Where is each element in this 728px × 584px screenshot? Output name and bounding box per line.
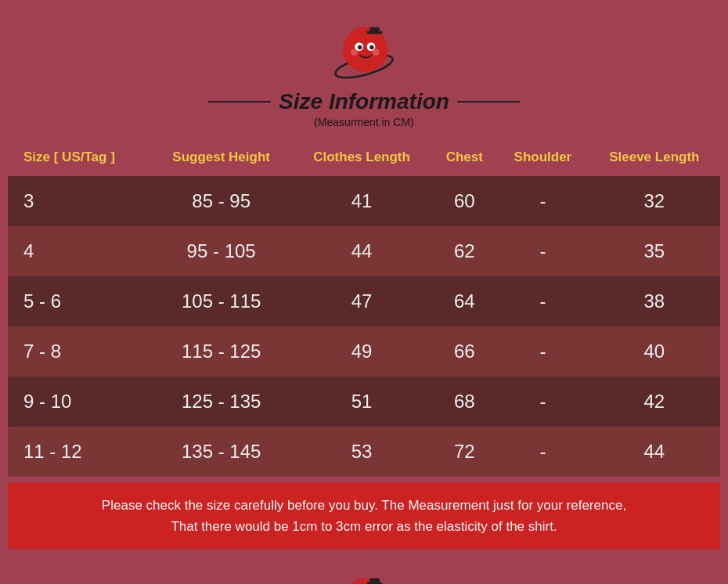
cell-r4-c4: - bbox=[497, 377, 589, 427]
cell-r3-c1: 115 - 125 bbox=[151, 326, 292, 377]
size-table: Size [ US/Tag ] Suggest Height Clothes L… bbox=[8, 139, 720, 477]
cell-r3-c3: 66 bbox=[431, 326, 497, 377]
table-header-row: Size [ US/Tag ] Suggest Height Clothes L… bbox=[8, 139, 720, 176]
table-row: 11 - 12135 - 1455372-44 bbox=[8, 427, 720, 477]
cell-r4-c3: 68 bbox=[431, 377, 497, 427]
cell-r3-c4: - bbox=[497, 326, 589, 377]
title-line-left bbox=[208, 101, 271, 103]
notice-line2: That there would be 1cm to 3cm error as … bbox=[171, 519, 557, 534]
cell-r4-c1: 125 - 135 bbox=[151, 377, 292, 427]
mascot-bottom-icon bbox=[329, 567, 399, 584]
col-height: Suggest Height bbox=[151, 139, 292, 176]
cell-r3-c0: 7 - 8 bbox=[8, 326, 151, 377]
table-section: Size [ US/Tag ] Suggest Height Clothes L… bbox=[0, 139, 728, 477]
mascot-top-icon bbox=[329, 16, 399, 86]
footer-section: Color Show bbox=[0, 555, 728, 584]
cell-r0-c4: - bbox=[497, 176, 589, 226]
svg-point-8 bbox=[351, 49, 358, 56]
cell-r0-c3: 60 bbox=[431, 176, 497, 226]
page-wrapper: Size Information (Measurment in CM) Size… bbox=[0, 0, 728, 584]
col-shoulder: Shoulder bbox=[497, 139, 589, 176]
cell-r1-c2: 44 bbox=[292, 226, 432, 276]
cell-r2-c3: 64 bbox=[431, 276, 497, 326]
header-section: Size Information (Measurment in CM) bbox=[0, 8, 728, 139]
table-row: 5 - 6105 - 1154764-38 bbox=[8, 276, 720, 326]
page-title: Size Information bbox=[279, 89, 449, 114]
svg-point-6 bbox=[358, 45, 362, 49]
cell-r5-c2: 53 bbox=[292, 427, 432, 477]
cell-r0-c1: 85 - 95 bbox=[151, 176, 292, 226]
svg-rect-3 bbox=[367, 31, 383, 34]
table-row: 9 - 10125 - 1355168-42 bbox=[8, 377, 720, 427]
cell-r5-c5: 44 bbox=[589, 427, 720, 477]
cell-r3-c5: 40 bbox=[589, 326, 720, 377]
cell-r1-c0: 4 bbox=[8, 226, 151, 276]
cell-r4-c5: 42 bbox=[589, 377, 720, 427]
cell-r2-c1: 105 - 115 bbox=[151, 276, 292, 326]
table-row: 385 - 954160-32 bbox=[8, 176, 720, 226]
cell-r2-c2: 47 bbox=[292, 276, 432, 326]
cell-r2-c0: 5 - 6 bbox=[8, 276, 151, 326]
svg-point-9 bbox=[373, 49, 380, 56]
cell-r1-c3: 62 bbox=[431, 226, 497, 276]
cell-r0-c0: 3 bbox=[8, 176, 151, 226]
cell-r5-c1: 135 - 145 bbox=[151, 427, 292, 477]
svg-point-7 bbox=[369, 45, 373, 49]
cell-r5-c4: - bbox=[497, 427, 589, 477]
cell-r3-c2: 49 bbox=[292, 326, 432, 377]
cell-r4-c0: 9 - 10 bbox=[8, 377, 151, 427]
notice-text: Please check the size carefully before y… bbox=[23, 495, 705, 537]
cell-r1-c1: 95 - 105 bbox=[151, 226, 292, 276]
cell-r1-c5: 35 bbox=[589, 226, 720, 276]
cell-r2-c5: 38 bbox=[589, 276, 720, 326]
cell-r0-c2: 41 bbox=[292, 176, 432, 226]
notice-section: Please check the size carefully before y… bbox=[8, 483, 720, 549]
subtitle: (Measurment in CM) bbox=[0, 116, 728, 128]
notice-line1: Please check the size carefully before y… bbox=[102, 498, 626, 513]
table-row: 7 - 8115 - 1254966-40 bbox=[8, 326, 720, 377]
cell-r1-c4: - bbox=[497, 226, 589, 276]
cell-r4-c2: 51 bbox=[292, 377, 432, 427]
title-line-right bbox=[457, 101, 520, 103]
col-chest: Chest bbox=[431, 139, 497, 176]
col-length: Clothes Length bbox=[292, 139, 432, 176]
table-row: 495 - 1054462-35 bbox=[8, 226, 720, 276]
cell-r0-c5: 32 bbox=[589, 176, 720, 226]
col-size: Size [ US/Tag ] bbox=[8, 139, 151, 176]
title-row: Size Information bbox=[0, 89, 728, 114]
cell-r5-c3: 72 bbox=[431, 427, 497, 477]
cell-r5-c0: 11 - 12 bbox=[8, 427, 151, 477]
cell-r2-c4: - bbox=[497, 276, 589, 326]
col-sleeve: Sleeve Length bbox=[589, 139, 720, 176]
